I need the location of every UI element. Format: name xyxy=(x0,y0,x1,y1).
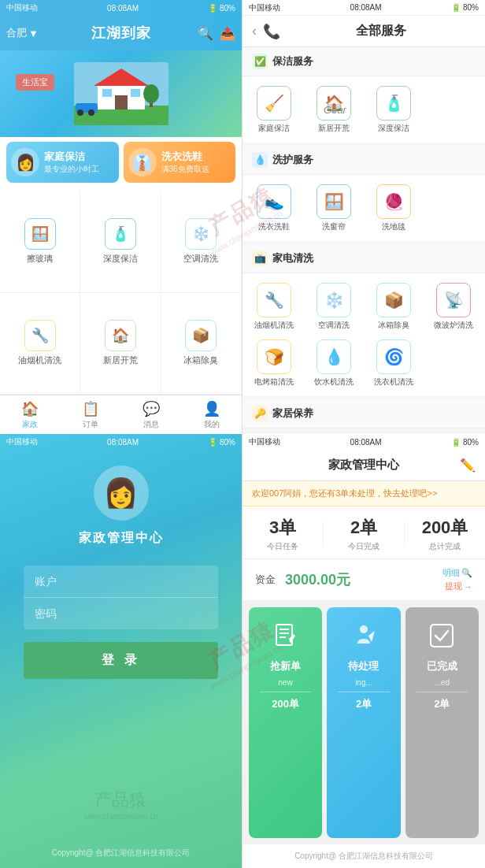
back-icon[interactable]: ‹ xyxy=(252,23,257,39)
cleaning-icon: 👩 xyxy=(11,148,39,176)
cleaning-title: 家庭保洁 xyxy=(44,150,99,164)
service-item-microwave[interactable]: 📡 微波炉清洗 xyxy=(425,280,482,333)
ac-label: 空调清洗 xyxy=(318,321,350,330)
cleaning-sub: 最专业的小时工 xyxy=(44,164,99,175)
status-bar-right: 中国移动 08:08AM 🔋 80% xyxy=(242,0,485,16)
grid-item-1[interactable]: 🧴 深度保洁 xyxy=(80,191,161,293)
battery-right: 🔋 80% xyxy=(451,3,479,12)
nav-location[interactable]: 合肥 ▼ xyxy=(6,26,39,40)
section-items-laundry: 👟 洗衣洗鞋 🪟 洗窗帘 🧶 洗地毯 xyxy=(242,175,485,241)
mgmt-status-bar: 中国移动 08:08AM 🔋 80% xyxy=(242,434,485,450)
edit-icon[interactable]: ✏️ xyxy=(460,458,476,473)
section-appliance: 📺 家电清洗 🔧 油烟机清洗 ❄️ 空调清洗 📦 冰箱除臭 xyxy=(242,244,485,396)
time-right: 08:08AM xyxy=(350,3,382,12)
fridge-label: 冰箱除臭 xyxy=(378,321,409,330)
cleaning-text: 家庭保洁 最专业的小时工 xyxy=(44,150,99,175)
search-icon[interactable]: 🔍 xyxy=(198,26,213,41)
nav-item-order[interactable]: 📋 订单 xyxy=(61,395,121,434)
grid-icon-2: ❄️ xyxy=(185,218,217,250)
grid-icon-4: 🏠 xyxy=(105,320,136,351)
grid-icon-3: 🔧 xyxy=(24,320,56,351)
mgmt-stats: 3单 今日任务 2单 今日完成 200单 总计完成 xyxy=(242,506,485,559)
grid-item-0[interactable]: 🪟 擦玻璃 xyxy=(0,191,80,293)
all-services-title: 全部服务 xyxy=(287,23,476,39)
order-card-new[interactable]: 抢新单 new 200单 xyxy=(249,607,322,838)
service-item-curtain[interactable]: 🪟 洗窗帘 xyxy=(305,181,362,235)
laundry-sub: 满36免费取送 xyxy=(161,164,209,175)
password-input[interactable] xyxy=(24,598,218,629)
section-items-appliance: 🔧 油烟机清洗 ❄️ 空调清洗 📦 冰箱除臭 📡 微波炉清洗 xyxy=(242,273,485,396)
service-card-laundry[interactable]: 👔 洗衣洗鞋 满36免费取送 xyxy=(124,142,236,183)
grid-label-2: 空调清洗 xyxy=(183,253,218,265)
service-item-oven[interactable]: 🍞 电烤箱清洗 xyxy=(246,336,302,390)
share-icon[interactable]: 📤 xyxy=(220,26,235,41)
new-order-sub: new xyxy=(278,678,292,687)
bottom-nav-left: 🏠 家政 📋 订单 💬 消息 👤 我的 xyxy=(0,395,242,434)
done-title: 已完成 xyxy=(427,659,457,673)
nav-label-home: 家政 xyxy=(22,419,38,430)
battery-mgmt: 🔋 80% xyxy=(451,438,479,447)
grid-item-5[interactable]: 📦 冰箱除臭 xyxy=(161,293,242,395)
stat-today-tasks: 3单 今日任务 xyxy=(242,516,323,552)
nav-item-profile[interactable]: 👤 我的 xyxy=(181,395,242,434)
withdraw-link[interactable]: 提现 → xyxy=(445,581,472,592)
home-icon: 🏠 xyxy=(21,400,39,417)
new-order-icon xyxy=(267,617,305,655)
service-card-cleaning[interactable]: 👩 家庭保洁 最专业的小时工 xyxy=(6,142,119,183)
service-item-wash-shoes[interactable]: 👟 洗衣洗鞋 xyxy=(246,181,302,235)
stat-total-done: 200单 总计完成 xyxy=(405,516,485,552)
service-item-water-dispenser[interactable]: 💧 饮水机清洗 xyxy=(305,336,362,390)
detail-link[interactable]: 明细 🔍 xyxy=(442,567,472,579)
service-item-home-clean[interactable]: 🧹 家庭保洁 xyxy=(246,83,302,136)
grid-icon-0: 🪟 xyxy=(24,218,56,250)
svg-point-16 xyxy=(360,625,368,633)
mgmt-welcome: 欢迎007阿娟，您还有3单未处理，快去处理吧>> xyxy=(242,481,485,506)
arrow-right-icon: → xyxy=(464,582,472,592)
service-item-fridge[interactable]: 📦 冰箱除臭 xyxy=(365,280,422,333)
service-item-carpet[interactable]: 🧶 洗地毯 xyxy=(365,181,422,235)
phones-bottom-row: 中国移动 08:08AM 🔋 80% 👩 家政管理中心 登 录 产品猿 www.… xyxy=(0,434,485,868)
service-item-deep-clean[interactable]: 🧴 深度保洁 xyxy=(365,83,422,136)
ac-icon: ❄️ xyxy=(317,283,351,317)
service-item-ac[interactable]: ❄️ 空调清洗 xyxy=(305,280,362,333)
grid-item-3[interactable]: 🔧 油烟机清洗 xyxy=(0,293,80,395)
svg-rect-6 xyxy=(131,89,140,97)
grid-services: 🪟 擦玻璃 🧴 深度保洁 ❄️ 空调清洗 🔧 油烟机清洗 🏠 新居开荒 📦 xyxy=(0,191,242,395)
stat-today-done-num: 2单 xyxy=(350,516,377,540)
nav-item-home[interactable]: 🏠 家政 xyxy=(0,395,61,434)
funds-actions: 明细 🔍 提现 → xyxy=(442,567,472,592)
service-item-hood[interactable]: 🔧 油烟机清洗 xyxy=(246,280,302,333)
nav-bar-left: 合肥 ▼ 江湖到家 🔍 📤 xyxy=(0,16,242,50)
stat-total-done-num: 200单 xyxy=(422,516,468,540)
login-button[interactable]: 登 录 xyxy=(24,642,218,679)
svg-rect-5 xyxy=(102,89,112,97)
service-item-new-house[interactable]: 🏠 新居开荒 xyxy=(305,83,362,136)
new-order-count: 200单 xyxy=(272,697,299,711)
card-divider-2 xyxy=(417,692,468,692)
nav-item-message[interactable]: 💬 消息 xyxy=(121,395,182,434)
done-sub: ...ed xyxy=(435,678,450,687)
grid-label-3: 油烟机清洗 xyxy=(18,354,61,366)
svg-point-8 xyxy=(77,109,83,116)
stat-today-done-label: 今日完成 xyxy=(348,541,379,552)
section-icon-maintenance: 🔑 xyxy=(252,406,268,421)
section-header-maintenance: 🔑 家居保养 xyxy=(242,399,485,428)
grid-item-2[interactable]: ❄️ 空调清洗 xyxy=(161,191,242,293)
section-header-laundry: 💧 洗护服务 xyxy=(242,146,485,175)
order-card-pending[interactable]: 待处理 ing... 2单 xyxy=(327,607,400,838)
service-item-washer[interactable]: 🌀 洗衣机清洗 xyxy=(365,336,422,390)
wash-shoes-label: 洗衣洗鞋 xyxy=(258,222,290,232)
order-card-done[interactable]: 已完成 ...ed 2单 xyxy=(405,607,479,838)
curtain-label: 洗窗帘 xyxy=(322,222,346,232)
section-label-laundry: 洗护服务 xyxy=(272,153,313,167)
stat-today-tasks-num: 3单 xyxy=(269,516,296,540)
battery-login: 🔋 80% xyxy=(208,438,235,447)
grid-item-4[interactable]: 🏠 新居开荒 xyxy=(80,293,161,395)
account-input[interactable] xyxy=(24,566,218,598)
done-icon xyxy=(423,617,461,655)
stat-today-done: 2单 今日完成 xyxy=(324,516,404,552)
home-clean-label: 家庭保洁 xyxy=(258,124,290,133)
phone-icon[interactable]: 📞 xyxy=(263,23,280,40)
grid-icon-1: 🧴 xyxy=(105,218,136,250)
order-cards: 抢新单 new 200单 待处理 ing... 2单 xyxy=(242,601,485,844)
